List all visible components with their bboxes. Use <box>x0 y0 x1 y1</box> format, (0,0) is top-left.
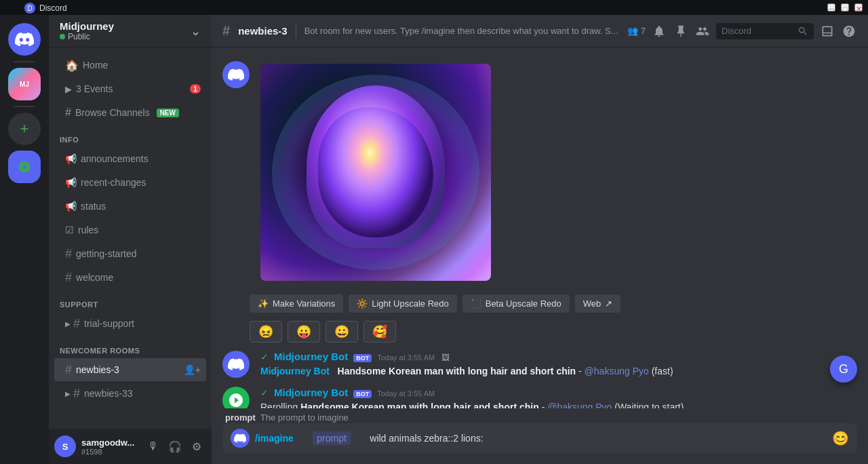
web-button[interactable]: Web ↗ <box>575 294 621 313</box>
channel-newbies-33[interactable]: ▶ # newbies-33 <box>54 382 206 405</box>
midjourney-server-button[interactable]: MJ <box>8 68 41 100</box>
mention-1[interactable]: @haksung Pyo <box>585 366 649 376</box>
channel-header-name: newbies-3 <box>238 25 288 37</box>
channel-rules[interactable]: ☑ rules <box>54 218 206 241</box>
bell-button[interactable] <box>651 23 667 39</box>
ai-image <box>260 64 491 281</box>
search-icon <box>797 26 808 37</box>
channel-label: getting-started <box>76 248 137 259</box>
command-input[interactable] <box>370 433 827 444</box>
member-count: 👥 7 <box>627 26 646 36</box>
deafen-button[interactable]: 🎧 <box>165 437 184 456</box>
input-avatar <box>231 429 250 448</box>
channel-recent-changes[interactable]: 📢 recent-changes <box>54 171 206 194</box>
slash-command: /imagine <box>255 433 294 444</box>
server-sidebar: Midjourney Public ⌄ 🏠 Home ▶ 3 Events 1 <box>49 15 212 464</box>
channel-welcome[interactable]: # welcome <box>54 266 206 289</box>
channel-label: announcements <box>81 153 149 164</box>
events-icon: ▶ <box>65 84 72 94</box>
message-author-link[interactable]: Midjourney Bot <box>260 366 330 376</box>
message-time-2: Today at 3:55 AM <box>377 389 435 398</box>
add-server-button[interactable]: + <box>8 113 41 145</box>
avatar: S <box>54 436 76 457</box>
bot-badge-2: BOT <box>353 390 372 398</box>
prompt-hint: prompt The prompt to imagine <box>222 412 351 423</box>
app-title: Discord <box>39 3 67 13</box>
action-buttons: ✨ Make Variations 🔆 Light Upscale Redo ⬛… <box>250 294 868 313</box>
minimize-button[interactable]: ─ <box>827 3 835 12</box>
channel-getting-started[interactable]: # getting-started <box>54 242 206 265</box>
server-header[interactable]: Midjourney Public ⌄ <box>49 15 212 47</box>
user-bar: S samgoodw... #1598 🎙 🎧 ⚙ <box>49 429 212 464</box>
command-space2 <box>359 432 361 444</box>
dash: - <box>578 366 585 376</box>
emoji-button[interactable]: 😊 <box>832 430 849 446</box>
megaphone3-icon: 📢 <box>65 201 77 212</box>
message-header-2: ✓ Midjourney Bot BOT Today at 3:55 AM 🖼 <box>260 351 857 362</box>
status-dot <box>60 34 65 39</box>
search-bar[interactable]: Discord <box>716 23 814 39</box>
mention-2[interactable]: @haksung Pyo <box>547 402 612 408</box>
reaction-heart-eyes[interactable]: 🥰 <box>363 321 396 343</box>
reaction-tongue[interactable]: 😛 <box>288 321 320 343</box>
sidebar-channels: 🏠 Home ▶ 3 Events 1 # Browse Channels NE… <box>49 47 212 429</box>
channel-trial-support[interactable]: ▶ # trial-support <box>54 312 206 335</box>
channel-label: newbies-33 <box>84 388 133 399</box>
explore-button[interactable] <box>8 151 41 183</box>
server-rail: MJ + <box>0 15 49 464</box>
help-button[interactable] <box>841 23 857 39</box>
grin-emoji: 😀 <box>334 324 349 339</box>
close-button[interactable]: ✕ <box>854 3 863 12</box>
inbox-button[interactable] <box>819 23 835 39</box>
pin-button[interactable] <box>673 23 689 39</box>
channel-label: status <box>81 201 106 212</box>
make-variations-button[interactable]: ✨ Make Variations <box>250 294 343 313</box>
section-newcomer: NEWCOMER ROOMS <box>49 336 212 357</box>
header-actions: 👥 7 <box>627 23 857 39</box>
sidebar-events[interactable]: ▶ 3 Events 1 <box>54 77 206 100</box>
maximize-button[interactable]: □ <box>841 3 849 12</box>
add-member-icon[interactable]: 👤+ <box>184 364 201 375</box>
reaction-tired[interactable]: 😖 <box>250 321 282 343</box>
search-placeholder: Discord <box>722 26 793 36</box>
channel-announcements[interactable]: 📢 announcements <box>54 147 206 170</box>
server-dropdown-icon: ⌄ <box>191 24 201 39</box>
channel-hash-header: # <box>222 23 230 39</box>
image-meta-icon: 🖼 <box>441 353 450 362</box>
hash2-icon: # <box>65 271 72 285</box>
channel-header: # newbies-3 Bot room for new users. Type… <box>212 15 868 47</box>
sidebar-browse-channels[interactable]: # Browse Channels NEW <box>54 101 206 124</box>
external-link-icon: ↗ <box>605 298 612 309</box>
sidebar-home[interactable]: 🏠 Home <box>54 54 206 77</box>
browse-icon: # <box>65 107 71 119</box>
reroll-prompt: Handsome Korean man with long hair and s… <box>300 402 539 408</box>
channel-description: Bot room for new users. Type /imagine th… <box>304 26 619 36</box>
message-time: Today at 3:55 AM <box>377 353 435 362</box>
light-upscale-redo-button[interactable]: 🔆 Light Upscale Redo <box>349 294 456 313</box>
message-group-3: ✓ Midjourney Bot BOT Today at 3:55 AM Re… <box>212 384 868 408</box>
hash4-icon: # <box>65 363 72 377</box>
reaction-grin[interactable]: 😀 <box>326 321 358 343</box>
discord-home-button[interactable] <box>8 23 41 56</box>
message-content-1 <box>260 61 857 286</box>
mute-button[interactable]: 🎙 <box>144 437 163 456</box>
beta-upscale-redo-button[interactable]: ⬛ Beta Upscale Redo <box>462 294 570 313</box>
section-info: INFO <box>49 125 212 147</box>
members-panel-button[interactable] <box>694 23 711 39</box>
server-name: Midjourney <box>60 20 114 32</box>
settings-button[interactable]: ⚙ <box>187 437 206 456</box>
message-content-2: ✓ Midjourney Bot BOT Today at 3:55 AM 🖼 … <box>260 351 857 379</box>
channel-newbies-3[interactable]: # newbies-3 👤+ <box>54 358 206 381</box>
megaphone-icon: 📢 <box>65 153 77 164</box>
user-actions: 🎙 🎧 ⚙ <box>144 437 206 456</box>
scroll-bottom-button[interactable]: G <box>830 355 857 383</box>
message-group-1 <box>212 58 868 289</box>
channel-label: rules <box>78 225 98 235</box>
bot-avatar-3 <box>222 387 250 408</box>
message-body-2: Rerolling Handsome Korean man with long … <box>260 401 857 408</box>
dash2: - <box>542 402 548 408</box>
channel-status[interactable]: 📢 status <box>54 195 206 218</box>
chat-input-box[interactable]: /imagine prompt 😊 <box>222 423 857 453</box>
reaction-buttons: 😖 😛 😀 🥰 <box>250 321 868 343</box>
channel-label: recent-changes <box>81 177 146 188</box>
